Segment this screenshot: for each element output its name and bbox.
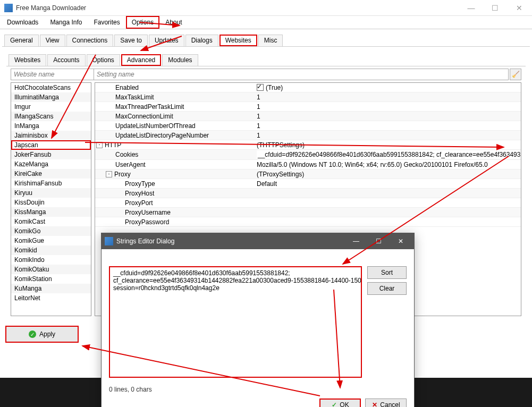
strings-textarea[interactable] (109, 266, 362, 378)
site-item[interactable]: KomikGue (11, 236, 91, 245)
site-item[interactable]: Japscan (11, 140, 91, 150)
site-item[interactable]: Kiryuu (11, 188, 91, 198)
websites-subtabbar: WebsitesAccountsOptionsAdvancedModules (6, 53, 526, 66)
main-tab-about[interactable]: About (159, 16, 188, 29)
site-item[interactable]: KomikIndo (11, 255, 91, 265)
settings-row[interactable]: Cookies__cfduid=d9f92626e049866f8e401d63… (95, 150, 521, 160)
settings-row[interactable]: ProxyTypeDefault (95, 179, 521, 189)
window-title: Free Manga Downloader (16, 4, 459, 12)
site-item[interactable]: KuManga (11, 284, 91, 293)
tree-toggle[interactable]: - (106, 171, 112, 177)
filter-row: 🧹 🧹 (6, 66, 526, 82)
ok-label: OK (340, 401, 349, 407)
setting-value: (THTTPSettings) (257, 141, 305, 149)
setting-name: ProxyType (125, 180, 155, 188)
subtab-save-to[interactable]: Save to (114, 35, 148, 46)
dialog-icon (105, 237, 113, 245)
site-item[interactable]: KissDoujin (11, 198, 91, 207)
setting-name: ProxyPort (125, 199, 153, 207)
setting-name: ProxyHost (125, 190, 154, 197)
setting-name: MaxConnectionLimit (115, 113, 173, 120)
websites-subtab-accounts[interactable]: Accounts (47, 54, 85, 66)
subtab-websites[interactable]: Websites (219, 35, 257, 46)
websites-subtab-websites[interactable]: Websites (9, 54, 46, 66)
checkbox-icon (257, 84, 264, 91)
site-item[interactable]: KomikGo (11, 226, 91, 236)
site-item[interactable]: LeitorNet (11, 293, 91, 303)
dialog-titlebar[interactable]: Strings Editor Dialog — ☐ ✕ (102, 233, 414, 249)
cancel-label: Cancel (380, 401, 400, 407)
websites-subtab-modules[interactable]: Modules (162, 54, 198, 66)
setting-name: UpdateListDirectoryPageNumber (115, 132, 209, 139)
apply-label: Apply (39, 330, 55, 338)
main-tab-favorites[interactable]: Favorites (88, 16, 125, 29)
site-item[interactable]: KomikStation (11, 274, 91, 284)
settings-row[interactable]: -Proxy(TProxySettings) (95, 169, 521, 179)
site-item[interactable]: KomikCast (11, 217, 91, 226)
site-item[interactable]: KireiCake (11, 169, 91, 179)
main-tabbar: DownloadsManga InfoFavoritesOptionsAbout (0, 16, 532, 29)
settings-row[interactable]: ProxyUsername (95, 208, 521, 217)
websites-list[interactable]: HotChocolateScansIlluminatiMangaImgurIMa… (11, 82, 91, 316)
site-item[interactable]: KazeManga (11, 159, 91, 169)
minimize-button[interactable]: — (459, 1, 483, 15)
main-tab-options[interactable]: Options (126, 16, 159, 29)
setting-filter-clear-button[interactable]: 🧹 (510, 69, 521, 80)
main-tab-downloads[interactable]: Downloads (1, 16, 44, 29)
settings-row[interactable]: MaxConnectionLimit1 (95, 112, 521, 121)
settings-row[interactable]: Enabled(True) (95, 83, 521, 92)
dialog-minimize-button[interactable]: — (345, 234, 367, 249)
websites-subtab-options[interactable]: Options (87, 54, 120, 66)
subtab-general[interactable]: General (4, 35, 39, 46)
cancel-button[interactable]: ✕ Cancel (365, 398, 407, 407)
setting-value: (TProxySettings) (257, 171, 304, 178)
subtab-view[interactable]: View (40, 35, 65, 46)
site-item[interactable]: Imgur (11, 102, 91, 112)
apply-button[interactable]: ✓ Apply (5, 326, 79, 343)
strings-editor-dialog: Strings Editor Dialog — ☐ ✕ Sort Clear 0… (101, 233, 415, 407)
settings-row[interactable]: UpdateListDirectoryPageNumber1 (95, 131, 521, 140)
websites-subtab-advanced[interactable]: Advanced (121, 54, 161, 66)
site-item[interactable]: KirishimaFansub (11, 179, 91, 188)
site-item[interactable]: KomikOtaku (11, 265, 91, 274)
settings-row[interactable]: UserAgentMozilla/5.0 (Windows NT 10.0; W… (95, 160, 521, 169)
site-item[interactable]: InManga (11, 121, 91, 131)
subtab-connections[interactable]: Connections (66, 35, 114, 46)
app-icon (4, 4, 13, 12)
settings-row[interactable]: UpdateListNumberOfThread1 (95, 121, 521, 131)
ok-button[interactable]: ✓ OK (319, 398, 361, 407)
site-item[interactable]: HotChocolateScans (11, 83, 91, 92)
settings-row[interactable]: -HTTP(THTTPSettings) (95, 140, 521, 150)
site-item[interactable]: Komikid (11, 245, 91, 255)
site-item[interactable]: Jaiminisbox (11, 131, 91, 140)
settings-row[interactable]: MaxTaskLimit1 (95, 92, 521, 102)
settings-row[interactable]: ProxyHost (95, 189, 521, 198)
setting-value: 1 (257, 122, 260, 130)
setting-value: 1 (257, 132, 260, 139)
setting-value: 1 (257, 113, 260, 120)
setting-filter-input[interactable] (94, 69, 509, 80)
window-titlebar: Free Manga Downloader — ☐ ✕ (0, 0, 532, 16)
setting-value: __cfduid=d9f92626e049866f8e401d630f6aab5… (257, 150, 521, 159)
clear-button[interactable]: Clear (367, 282, 407, 295)
website-filter-input[interactable] (11, 69, 97, 80)
settings-row[interactable]: ProxyPassword (95, 217, 521, 227)
subtab-dialogs[interactable]: Dialogs (185, 35, 218, 46)
sort-button[interactable]: Sort (367, 266, 407, 279)
setting-name: MaxTaskLimit (115, 94, 154, 101)
setting-value: Default (257, 180, 277, 188)
site-item[interactable]: IMangaScans (11, 112, 91, 121)
site-item[interactable]: IlluminatiManga (11, 92, 91, 102)
site-item[interactable]: KissManga (11, 207, 91, 217)
settings-row[interactable]: MaxThreadPerTaskLimit1 (95, 102, 521, 112)
site-item[interactable]: JokerFansub (11, 150, 91, 159)
settings-row[interactable]: ProxyPort (95, 198, 521, 208)
main-tab-manga-info[interactable]: Manga Info (44, 16, 88, 29)
close-button[interactable]: ✕ (507, 1, 531, 15)
subtab-misc[interactable]: Misc (258, 35, 283, 46)
maximize-button[interactable]: ☐ (483, 1, 507, 15)
dialog-maximize-button[interactable]: ☐ (367, 234, 390, 249)
dialog-close-button[interactable]: ✕ (390, 234, 412, 249)
tree-toggle[interactable]: - (96, 142, 103, 148)
subtab-updates[interactable]: Updates (149, 35, 184, 46)
